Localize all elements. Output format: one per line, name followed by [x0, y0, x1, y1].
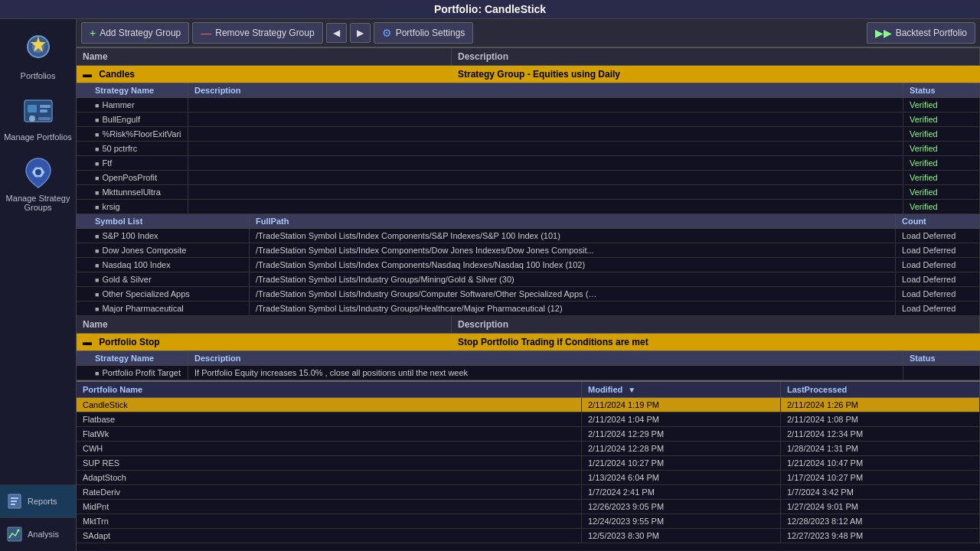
svg-point-15	[18, 530, 20, 532]
strategy-status-cell: Verified	[903, 98, 980, 112]
nav-left-button[interactable]: ◀	[326, 23, 347, 43]
symbol-row[interactable]: ■Dow Jones Composite /TradeStation Symbo…	[77, 243, 980, 258]
portfolio-stop-section-header: Name Description	[77, 316, 980, 334]
portfolio-name-cell: SUP RES	[77, 456, 582, 470]
expand-icon: ■	[95, 174, 99, 182]
strategy-row[interactable]: ■BullEngulf Verified	[77, 112, 980, 127]
candles-group-row[interactable]: ▬ Candles Strategy Group - Equities usin…	[77, 66, 980, 83]
portfolio-list-rows: CandleStick 2/11/2024 1:19 PM 2/11/2024 …	[77, 398, 980, 543]
symbol-row[interactable]: ■Nasdaq 100 Index /TradeStation Symbol L…	[77, 258, 980, 272]
backtest-portfolio-button[interactable]: ▶▶ Backtest Portfolio	[867, 22, 975, 44]
strategy-row[interactable]: ■Hammer Verified	[77, 98, 980, 112]
symbol-path-cell: /TradeStation Symbol Lists/Industry Grou…	[250, 302, 896, 315]
strategy-row[interactable]: ■%Risk%FloorExitVari Verified	[77, 127, 980, 142]
title-bar: Portfolio: CandleStick	[0, 0, 980, 19]
portfolio-modified-cell: 1/13/2024 6:04 PM	[582, 471, 781, 484]
strategy-desc-cell	[188, 127, 903, 141]
strategy-rows: ■Hammer Verified ■BullEngulf Verified ■%…	[77, 98, 980, 214]
svg-rect-4	[28, 105, 37, 112]
ps-strategy-name-header: Strategy Name	[89, 351, 188, 365]
symbol-row[interactable]: ■Other Specialized Apps /TradeStation Sy…	[77, 287, 980, 302]
remove-strategy-group-button[interactable]: — Remove Strategy Group	[192, 22, 322, 44]
strategy-desc-cell	[188, 112, 903, 126]
strategy-desc-cell	[188, 171, 903, 184]
ps-strategy-name-cell: ■Portfolio Profit Target	[89, 366, 188, 380]
portfolio-list-header: Portfolio Name Modified ▼ LastProcessed	[77, 382, 980, 398]
reports-icon	[6, 493, 23, 510]
symbol-list-header: Symbol List	[89, 214, 250, 228]
portfolio-modified-cell: 2/11/2024 1:19 PM	[582, 398, 781, 412]
portfolio-stop-group-row[interactable]: ▬ Portfolio Stop Stop Portfolio Trading …	[77, 334, 980, 351]
svg-rect-12	[11, 500, 17, 502]
portfolio-list-row[interactable]: MktTrn 12/24/2023 9:55 PM 12/28/2023 8:1…	[77, 514, 980, 529]
strategy-name-cell: ■krsig	[89, 200, 188, 214]
strategy-row[interactable]: ■Ftf Verified	[77, 156, 980, 171]
symbol-name-cell: ■Major Pharmaceutical	[89, 302, 250, 315]
portfolio-stop-name: Portfolio Stop	[99, 337, 159, 347]
portfolio-list-row[interactable]: AdaptStoch 1/13/2024 6:04 PM 1/17/2024 1…	[77, 471, 980, 485]
portfolio-last-processed-cell: 12/28/2023 8:12 AM	[781, 514, 980, 528]
strategy-status-cell: Verified	[903, 185, 980, 199]
symbol-row[interactable]: ■Major Pharmaceutical /TradeStation Symb…	[77, 302, 980, 316]
portfolio-modified-cell: 12/5/2023 8:30 PM	[582, 529, 781, 543]
candles-group-name: Candles	[99, 69, 135, 80]
svg-rect-8	[38, 117, 51, 120]
sidebar-manage-strategy-groups-label: Manage Strategy Groups	[3, 194, 73, 212]
backtest-portfolio-label: Backtest Portfolio	[896, 28, 967, 38]
portfolio-list-row[interactable]: RateDeriv 1/7/2024 2:41 PM 1/7/2024 3:42…	[77, 485, 980, 500]
strategy-row[interactable]: ■OpenPosProfit Verified	[77, 171, 980, 185]
strategy-row[interactable]: ■50 pctrfrc Verified	[77, 142, 980, 156]
symbol-name-cell: ■Dow Jones Composite	[89, 243, 250, 257]
portfolio-list-row[interactable]: CandleStick 2/11/2024 1:19 PM 2/11/2024 …	[77, 398, 980, 412]
portfolio-last-processed-cell: 1/21/2024 10:47 PM	[781, 456, 980, 470]
portfolio-list-row[interactable]: Flatbase 2/11/2024 1:04 PM 2/11/2024 1:0…	[77, 412, 980, 427]
symbol-count-cell: Load Deferred	[896, 272, 980, 286]
portfolio-settings-button[interactable]: ⚙ Portfolio Settings	[374, 22, 474, 44]
add-strategy-group-button[interactable]: + Add Strategy Group	[81, 22, 189, 44]
portfolio-list-row[interactable]: SUP RES 1/21/2024 10:27 PM 1/21/2024 10:…	[77, 456, 980, 471]
nav-right-button[interactable]: ▶	[350, 23, 371, 43]
sidebar-item-analysis[interactable]: Analysis	[0, 517, 76, 550]
portfolio-list-row[interactable]: FlatWk 2/11/2024 12:29 PM 2/11/2024 12:3…	[77, 427, 980, 442]
strategy-desc-cell	[188, 98, 903, 112]
strategy-row[interactable]: ■krsig Verified	[77, 200, 980, 214]
symbol-row[interactable]: ■S&P 100 Index /TradeStation Symbol List…	[77, 229, 980, 243]
portfolio-last-processed-cell: 1/17/2024 10:27 PM	[781, 471, 980, 484]
strategy-status-cell: Verified	[903, 156, 980, 170]
strategy-desc-header: Description	[188, 83, 903, 97]
expand-icon: ■	[95, 262, 99, 269]
portfolio-stop-name-cell: ▬ Portfolio Stop	[77, 334, 452, 350]
symbol-row[interactable]: ■Gold & Silver /TradeStation Symbol List…	[77, 272, 980, 287]
svg-rect-14	[8, 527, 21, 541]
sidebar-item-reports[interactable]: Reports	[0, 484, 76, 517]
svg-rect-13	[11, 504, 15, 505]
strategy-sub-header: Strategy Name Description Status	[77, 83, 980, 98]
toolbar: + Add Strategy Group — Remove Strategy G…	[77, 19, 980, 48]
portfolio-list-row[interactable]: SAdapt 12/5/2023 8:30 PM 12/27/2023 9:48…	[77, 529, 980, 543]
portfolio-name-cell: Flatbase	[77, 412, 582, 426]
expand-icon: ■	[95, 189, 99, 197]
portfolio-name-cell: MidPnt	[77, 500, 582, 514]
sort-arrow: ▼	[628, 386, 635, 394]
table-area[interactable]: Name Description ▬ Candles Strategy Grou…	[77, 48, 980, 550]
name-header: Name	[77, 48, 452, 65]
portfolio-stop-name-header: Name	[77, 316, 452, 333]
portfolio-modified-cell: 12/24/2023 9:55 PM	[582, 514, 781, 528]
expand-icon: ■	[95, 204, 99, 211]
sidebar-item-manage-strategy-groups[interactable]: Manage Strategy Groups	[0, 148, 76, 218]
symbol-count-cell: Load Deferred	[896, 287, 980, 301]
settings-icon: ⚙	[382, 27, 392, 39]
sidebar-item-portfolios[interactable]: Portfolios	[0, 25, 76, 86]
portfolio-name-cell: MktTrn	[77, 514, 582, 528]
strategy-row[interactable]: ■MkttunnselUltra Verified	[77, 185, 980, 200]
sidebar-item-manage-portfolios[interactable]: Manage Portfolios	[0, 86, 76, 148]
portfolio-stop-strategy-row[interactable]: ■Portfolio Profit Target If Portfolio Eq…	[77, 366, 980, 380]
strategy-status-cell: Verified	[903, 127, 980, 141]
portfolio-list-row[interactable]: CWH 2/11/2024 12:28 PM 1/28/2024 1:31 PM	[77, 442, 980, 456]
strategy-name-cell: ■BullEngulf	[89, 112, 188, 126]
candles-collapse-icon[interactable]: ▬	[83, 69, 92, 80]
description-header: Description	[452, 48, 980, 65]
portfolio-stop-collapse-icon[interactable]: ▬	[83, 337, 92, 347]
portfolio-list-row[interactable]: MidPnt 12/26/2023 9:05 PM 1/27/2024 9:01…	[77, 500, 980, 514]
portfolio-name-cell: RateDeriv	[77, 485, 582, 499]
